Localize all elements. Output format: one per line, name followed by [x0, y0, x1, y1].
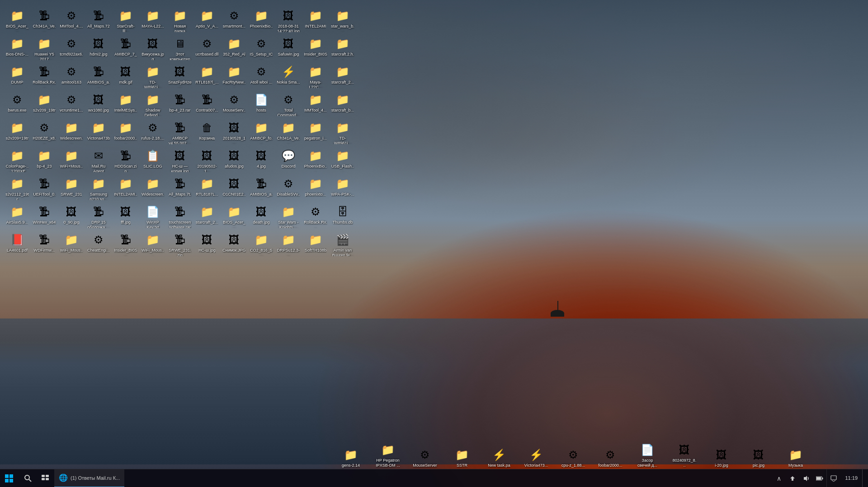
desktop-icon[interactable]: ⚙ Total Command... — [276, 91, 301, 118]
desktop-icon[interactable]: 📁 MAYA-L22... — [140, 7, 165, 34]
desktop-icon[interactable]: 🖼 wx1080.jpg — [86, 91, 111, 118]
desktop-icon[interactable]: ⚙ amitool163 — [59, 63, 84, 90]
tray-sound-icon[interactable] — [799, 469, 813, 487]
desktop-icon[interactable]: 📁 MMTool_4... — [303, 91, 328, 118]
desktop-icon[interactable]: ⚙ rufus-2.18.... — [140, 119, 165, 146]
desktop-icon[interactable]: 📁 WiFi_Mous... — [59, 231, 84, 258]
desktop-icon[interactable]: 📁 Insider_BI0S... — [303, 35, 328, 62]
desktop-icon[interactable]: 📁 bp-4_23 — [32, 147, 57, 174]
desktop-icon[interactable]: ⚙ CheatEngi... — [86, 231, 111, 258]
taskbar-search-button[interactable] — [20, 470, 36, 487]
bottom-taskbar-icon[interactable]: ⚙ foobar2000... — [594, 448, 627, 468]
desktop-icon[interactable]: 📁 Widescreen... — [59, 119, 84, 146]
desktop-icon[interactable]: 📁 starcraft_b... — [330, 91, 355, 118]
desktop-icon[interactable]: 🖼 fff.jpg — [113, 203, 138, 230]
desktop-icon[interactable]: 📁 starcraft_2... — [330, 63, 355, 90]
desktop-icon[interactable]: 📁 PhoenixBio... — [303, 147, 328, 174]
desktop-icon[interactable]: 🖼 20190528_1... — [222, 119, 247, 146]
desktop-icon[interactable]: 🖼 0_90.jpg — [59, 203, 84, 230]
desktop-icon[interactable]: 🗜 WDFirmw... — [32, 231, 57, 258]
bottom-taskbar-icon[interactable]: 🖼 i-20.jpg — [705, 448, 738, 468]
tray-chevron[interactable]: ∧ — [772, 469, 786, 487]
desktop-icon[interactable]: ⚙ bwrus.exe — [5, 91, 30, 118]
desktop-icon[interactable]: 📁 BIOS_Acer_... — [222, 203, 247, 230]
desktop-icon[interactable]: 📁 phoenixto... — [303, 175, 328, 202]
bottom-taskbar-icon[interactable]: ⚡ Victoria473... — [520, 448, 552, 468]
desktop-icon[interactable]: 🗜 SRWE_231.zip — [167, 231, 193, 258]
desktop-icon[interactable]: 📁 WiFi+Mous... — [59, 147, 84, 174]
desktop-icon[interactable]: 🖼 death.jpg — [249, 203, 274, 230]
desktop-icon[interactable]: 📋 SLIC.LOG — [140, 147, 165, 174]
desktop-icon[interactable]: 🖼 hdmi2.jpg — [86, 35, 111, 62]
system-clock[interactable]: 11:19 — [840, 469, 862, 487]
desktop-icon[interactable]: 🗜 All_Maps.7t... — [167, 175, 193, 202]
desktop-icon[interactable]: 🖥 Этот компьютер — [167, 35, 193, 62]
desktop-icon[interactable]: 🖼 Safuwin.jpg — [276, 35, 301, 62]
desktop-icon[interactable]: 📁 Star Wars - Knights ... — [276, 203, 301, 230]
bottom-taskbar-icon[interactable]: 🖼 80240972_8... — [668, 443, 701, 468]
desktop-icon[interactable]: ⚙ IS_Setup_IC... — [249, 35, 274, 62]
desktop-icon[interactable]: 📁 DUMP — [5, 63, 30, 90]
desktop-icon[interactable]: 📁 Ch341A_Ve... — [276, 119, 301, 146]
desktop-icon[interactable]: ⚙ RollBack.Rx... — [303, 203, 328, 230]
desktop-icon[interactable]: ⚙ Atoll wboi ... — [249, 63, 274, 90]
desktop-icon[interactable]: ⚙ smartmont... — [222, 7, 247, 34]
desktop-icon[interactable]: 🗑 Корзина — [194, 119, 220, 146]
desktop-icon[interactable]: 🖼 mdk.gif — [113, 63, 138, 90]
desktop-icon[interactable]: ⚙ MouseServ... — [222, 91, 247, 118]
desktop-icon[interactable]: 📁 PhoenixBio... — [249, 7, 274, 34]
desktop-icon[interactable]: 📕 LA4601.pdf — [5, 231, 30, 258]
desktop-icon[interactable]: 💬 Discord — [276, 147, 301, 174]
desktop-icon[interactable]: 📁 WiFi_Mous... — [140, 231, 165, 258]
desktop-icon[interactable]: 📁 BIOS_Acer_... — [5, 7, 30, 34]
desktop-icon[interactable]: 📁 RTL8187L... — [194, 175, 220, 202]
tray-network-icon[interactable] — [786, 469, 799, 487]
desktop-icon[interactable]: ⚙ MMTool_4.... — [59, 7, 84, 34]
desktop-icon[interactable]: 📁 Victona473b — [86, 119, 111, 146]
desktop-icon[interactable]: 🗜 bp-4_23.rar — [167, 91, 193, 118]
bottom-taskbar-icon[interactable]: ⚙ cpu-z_1.88... — [557, 448, 590, 468]
desktop-icon[interactable]: 🗜 HDDScan.zip — [113, 147, 138, 174]
desktop-icon[interactable]: 🗜 touchscreen software.rar — [167, 203, 193, 230]
tray-battery-icon[interactable] — [813, 469, 826, 487]
bottom-taskbar-icon[interactable]: ⚙ MouseServer — [409, 448, 441, 468]
desktop-icon[interactable]: 📁 s2v209_19tr — [32, 91, 57, 118]
desktop-icon[interactable]: 📁 IntelMESys... — [113, 91, 138, 118]
desktop-icon[interactable]: 📁 StarCraft-lll... — [113, 7, 138, 34]
desktop-icon[interactable]: 🖼 SnazFydHze... — [167, 63, 193, 90]
desktop-icon[interactable]: 📁 starcraft_2... — [194, 203, 220, 230]
desktop-icon[interactable]: ⚙ tcmd922ax6... — [59, 35, 84, 62]
desktop-icon[interactable]: 📁 star_wars_b... — [330, 7, 355, 34]
start-button[interactable] — [0, 469, 18, 487]
desktop-icon[interactable]: 🖼 O1CN01E2... — [222, 175, 247, 202]
bottom-taskbar-icon[interactable]: 📄 Засор свечей д... — [631, 443, 664, 468]
desktop-icon[interactable]: 📁 foobar2000... — [113, 119, 138, 146]
desktop-icon[interactable]: 📁 Widescreen... — [140, 175, 165, 202]
desktop-icon[interactable]: 📁 USB_Flash... — [330, 147, 355, 174]
desktop-icon[interactable]: 🗜 Insider_BI0S... — [113, 231, 138, 258]
desktop-icon[interactable]: 📄 hosts — [249, 91, 274, 118]
desktop-icon[interactable]: 📁 RTL8187l_... — [194, 63, 220, 90]
desktop-icon[interactable]: 🗜 AMIBIOS_a... — [249, 175, 274, 202]
desktop-icon[interactable]: 🗜 DRP 15 оболочка.rar — [86, 203, 111, 230]
desktop-icon[interactable]: 🎬 Armin van Buuren fe... — [330, 231, 355, 258]
desktop-icon[interactable]: 📁 352_Red_Al... — [222, 35, 247, 62]
bottom-taskbar-icon[interactable]: ⚡ New task.pa — [483, 448, 515, 468]
task-view-button[interactable] — [36, 469, 54, 487]
desktop-icon[interactable]: 🗄 Thumbs.db — [330, 203, 355, 230]
desktop-icon[interactable]: ⚙ vcruntime1... — [59, 91, 84, 118]
desktop-icon[interactable]: 📁 WPA-PSK-... — [330, 175, 355, 202]
taskbar-active-item[interactable]: 🌐 (1) Ответы Mail.ru К... — [54, 469, 124, 487]
bottom-taskbar-icon[interactable]: 📁 Музыка — [779, 448, 812, 468]
desktop-icon[interactable]: 🗜 AMlBCP v4.55.0070.rar — [167, 119, 193, 146]
desktop-icon[interactable]: 📄 WinXP Key.txt — [140, 203, 165, 230]
desktop-icon[interactable]: 📁 Aptio_V_A... — [194, 7, 220, 34]
bottom-taskbar-icon[interactable]: 📁 SSTR — [446, 448, 478, 468]
desktop-icon[interactable]: 📁 INTEL2AMI — [303, 7, 328, 34]
desktop-icon[interactable]: 📁 FacRtyNew... — [222, 63, 247, 90]
action-center-icon[interactable] — [827, 469, 840, 487]
desktop-icon[interactable]: 🖼 2018-08-31 14:22:40.jpg — [276, 7, 301, 34]
desktop-icon[interactable]: 📁 Shadow Defend... — [140, 91, 165, 118]
desktop-icon[interactable]: 🖼 Снимок.JPG — [222, 231, 247, 258]
desktop-icon[interactable]: ⚙ DisableSVv... — [276, 175, 301, 202]
